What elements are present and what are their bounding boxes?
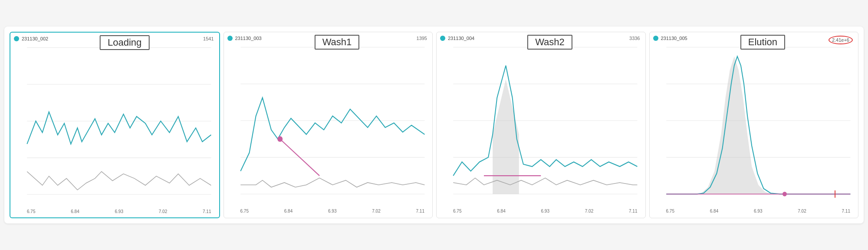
status-dot-1 <box>14 36 19 41</box>
max-value-4: 2.41e+6 <box>829 36 853 44</box>
chart-id-3: 231130_004 <box>448 36 474 41</box>
chart-label-wash1: Wash1 <box>315 35 360 50</box>
chart-svg-3 <box>440 43 642 208</box>
charts-container: 231130_002 Loading 1541 6.75 6.84 6.93 7… <box>4 27 864 223</box>
chart-svg-1 <box>14 43 216 208</box>
max-value-2: 1395 <box>417 36 427 41</box>
chart-id-1: 231130_002 <box>22 36 48 41</box>
chart-label-loading: Loading <box>100 35 149 50</box>
chart-svg-4 <box>653 43 855 208</box>
chart-id-2: 231130_003 <box>235 36 262 41</box>
svg-marker-24 <box>697 57 850 194</box>
chart-panel-wash1: 231130_003 Wash1 1395 6.75 6.84 6.93 7.0… <box>224 32 433 218</box>
svg-point-26 <box>782 192 786 197</box>
x-axis-2: 6.75 6.84 6.93 7.02 7.11 <box>227 208 429 213</box>
x-axis-1: 6.75 6.84 6.93 7.02 7.11 <box>14 208 216 214</box>
svg-marker-17 <box>493 79 519 194</box>
x-axis-3: 6.75 6.84 6.93 7.02 7.11 <box>440 208 642 213</box>
chart-svg-2 <box>227 43 429 208</box>
status-dot-4 <box>653 36 658 41</box>
max-value-1: 1541 <box>203 36 214 41</box>
max-value-3: 3336 <box>629 36 640 41</box>
chart-label-wash2: Wash2 <box>527 35 572 50</box>
chart-id-4: 231130_005 <box>661 36 687 41</box>
chart-label-elution: Elution <box>740 35 785 50</box>
chart-panel-loading: 231130_002 Loading 1541 6.75 6.84 6.93 7… <box>10 32 220 218</box>
status-dot-3 <box>440 36 445 41</box>
status-dot-2 <box>227 36 233 41</box>
chart-panel-elution: 231130_005 Elution 2.41e+6 6.75 6.84 6.9… <box>649 32 859 218</box>
chart-panel-wash2: 231130_004 Wash2 3336 6.75 6.84 6.93 7.0… <box>436 32 646 218</box>
x-axis-4: 6.75 6.84 6.93 7.02 7.11 <box>653 208 855 213</box>
